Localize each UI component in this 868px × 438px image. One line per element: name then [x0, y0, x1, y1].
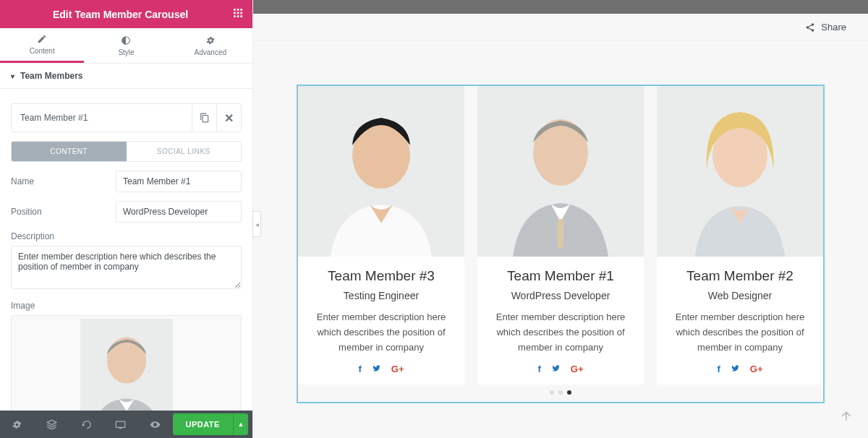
member-name: Team Member #3: [305, 268, 457, 284]
googleplus-icon[interactable]: G+: [391, 364, 404, 374]
svg-rect-12: [116, 421, 126, 427]
position-label: Position: [11, 207, 116, 217]
facebook-icon[interactable]: f: [537, 364, 540, 374]
twitter-icon[interactable]: [731, 364, 740, 374]
tab-advanced[interactable]: Advanced: [169, 28, 252, 63]
svg-rect-0: [234, 9, 236, 11]
facebook-icon[interactable]: f: [717, 364, 720, 374]
description-label: Description: [11, 231, 242, 241]
googleplus-icon[interactable]: G+: [571, 364, 584, 374]
tab-style[interactable]: Style: [84, 28, 168, 63]
editor-footer: UPDATE ▲: [0, 411, 252, 438]
member-socials: f G+: [664, 364, 816, 374]
history-button[interactable]: [69, 411, 103, 438]
svg-rect-4: [237, 12, 239, 14]
tab-content-label: Content: [30, 47, 55, 55]
responsive-button[interactable]: [103, 411, 138, 438]
team-card: Team Member #3 Testing Engineer Enter me…: [298, 86, 464, 385]
settings-button[interactable]: [0, 411, 35, 438]
tab-advanced-label: Advanced: [195, 48, 226, 56]
navigator-button[interactable]: [35, 411, 69, 438]
svg-point-16: [812, 29, 814, 32]
svg-point-15: [807, 26, 809, 29]
update-options-button[interactable]: ▲: [233, 413, 248, 435]
svg-rect-5: [240, 12, 242, 14]
carousel-dot[interactable]: [550, 390, 554, 395]
svg-rect-7: [237, 15, 239, 17]
editor-panel: Edit Team Member Carousel Content Style …: [0, 0, 253, 438]
member-photo: [657, 86, 823, 257]
subtab-bar: CONTENT SOCIAL LINKS: [11, 141, 242, 162]
member-position: WordPress Developer: [485, 290, 637, 301]
svg-rect-8: [240, 15, 242, 17]
googleplus-icon[interactable]: G+: [750, 364, 763, 374]
field-name: Name: [11, 171, 242, 192]
share-label[interactable]: Share: [821, 22, 846, 33]
svg-rect-3: [234, 12, 236, 14]
editor-title: Edit Team Member Carousel: [9, 9, 232, 20]
carousel-track: Team Member #3 Testing Engineer Enter me…: [298, 86, 823, 385]
member-position: Testing Engineer: [305, 290, 457, 301]
carousel-dots: [298, 385, 823, 402]
repeater-item-header[interactable]: Team Member #1 ✕: [11, 103, 242, 132]
panel-body: Team Member #1 ✕ CONTENT SOCIAL LINKS Na…: [0, 89, 252, 411]
svg-point-11: [106, 338, 145, 384]
share-icon: [805, 22, 815, 33]
field-image: Image: [11, 301, 242, 411]
preview-area: ◂ Share 〈 〉 Team Member #3 Testing Engin…: [253, 0, 868, 438]
field-description: Description Enter member description her…: [11, 231, 242, 292]
svg-rect-6: [234, 15, 236, 17]
tab-content[interactable]: Content: [0, 28, 84, 63]
preview-button[interactable]: [138, 411, 173, 438]
carousel-dot[interactable]: [558, 390, 563, 395]
facebook-icon[interactable]: f: [358, 364, 361, 374]
member-photo: [477, 86, 644, 257]
duplicate-button[interactable]: [192, 104, 216, 132]
position-input[interactable]: [116, 201, 242, 223]
field-position: Position: [11, 201, 242, 223]
section-title: Team Members: [20, 71, 82, 81]
member-name: Team Member #2: [664, 268, 816, 284]
member-photo: [298, 86, 464, 257]
team-card: Team Member #2 Web Designer Enter member…: [657, 86, 823, 385]
svg-rect-13: [119, 427, 122, 428]
editor-header: Edit Team Member Carousel: [0, 0, 252, 28]
share-bar: Share: [253, 14, 868, 41]
carousel-dot[interactable]: [567, 390, 571, 395]
update-button[interactable]: UPDATE: [173, 413, 233, 435]
apps-icon[interactable]: [232, 7, 244, 21]
svg-rect-2: [240, 9, 242, 11]
svg-rect-1: [237, 9, 239, 11]
team-card: Team Member #1 WordPress Developer Enter…: [477, 86, 644, 385]
site-admin-bar: [253, 0, 868, 14]
member-name: Team Member #1: [485, 268, 637, 284]
remove-button[interactable]: ✕: [216, 104, 241, 132]
member-socials: f G+: [485, 364, 637, 374]
name-label: Name: [11, 176, 116, 186]
image-preview[interactable]: [11, 315, 242, 411]
repeater-item-title: Team Member #1: [12, 106, 192, 130]
member-socials: f G+: [305, 364, 457, 374]
subtab-content[interactable]: CONTENT: [12, 142, 127, 161]
image-label: Image: [11, 301, 242, 311]
avatar-placeholder-icon: [80, 319, 174, 411]
twitter-icon[interactable]: [551, 364, 561, 374]
member-position: Web Designer: [664, 290, 816, 301]
scroll-top-button[interactable]: [839, 409, 854, 424]
team-carousel: 〈 〉 Team Member #3 Testing Engineer Ente…: [297, 85, 825, 403]
twitter-icon[interactable]: [372, 364, 381, 374]
svg-rect-21: [558, 219, 563, 248]
tab-style-label: Style: [118, 48, 134, 56]
svg-point-14: [812, 23, 814, 26]
description-input[interactable]: Enter member description here which desc…: [11, 246, 242, 289]
subtab-social[interactable]: SOCIAL LINKS: [127, 142, 242, 161]
member-description: Enter member description here which desc…: [664, 310, 816, 355]
canvas: 〈 〉 Team Member #3 Testing Engineer Ente…: [253, 41, 868, 438]
chevron-down-icon: ▾: [11, 72, 14, 80]
member-description: Enter member description here which desc…: [485, 310, 637, 355]
tab-bar: Content Style Advanced: [0, 28, 252, 64]
section-team-members[interactable]: ▾ Team Members: [0, 64, 252, 89]
member-description: Enter member description here which desc…: [305, 310, 457, 355]
name-input[interactable]: [116, 171, 242, 192]
